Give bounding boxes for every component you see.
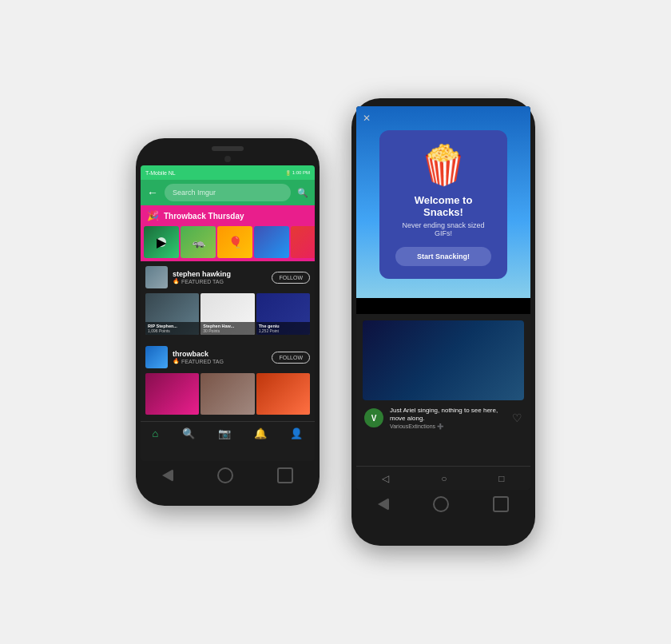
status-left: T-Mobile NL — [145, 170, 176, 176]
tag-title-wrapper-2: throwback 🔥 FEATURED TAG — [173, 350, 224, 364]
fire-icon-2: 🔥 — [173, 358, 180, 364]
thumb-1[interactable]: ▶ — [144, 226, 179, 258]
back-arrow-icon[interactable]: ← — [147, 186, 158, 199]
home-hardware-btn[interactable] — [217, 467, 233, 483]
follow-button-2[interactable]: FOLLOW — [272, 352, 310, 364]
heart-icon[interactable]: ♡ — [512, 411, 522, 424]
thumb-5[interactable] — [291, 226, 315, 258]
speaker — [212, 146, 244, 151]
grid-item-1[interactable]: RIP Stephen... 1,096 Points — [145, 293, 199, 335]
featured-label-2: FEATURED TAG — [181, 359, 224, 364]
nav-profile-icon[interactable]: 👤 — [290, 427, 303, 439]
recents-hardware-btn[interactable] — [277, 467, 293, 483]
throwback-item-3[interactable] — [256, 373, 310, 415]
grid-caption-2: Stephen Haw... 30 Points — [201, 322, 254, 335]
video-caption: Just Ariel singing, nothing to see here,… — [390, 407, 506, 423]
close-button[interactable]: ✕ — [363, 113, 371, 124]
battery-icon: 🔋 — [285, 170, 291, 176]
tbt-banner[interactable]: 🎉 Throwback Thursday — [141, 205, 315, 226]
nav-camera-icon[interactable]: 📷 — [218, 427, 231, 439]
right-home-icon[interactable]: ○ — [441, 473, 447, 484]
tag-thumb-2 — [145, 346, 168, 368]
thumb-2[interactable]: 🦡 — [181, 226, 216, 258]
tag-thumb-1 — [145, 266, 168, 288]
left-screen: T-Mobile NL 🔋 1:00 PM ← 🔍 🎉 Throwback Th… — [141, 165, 315, 461]
popcorn-icon: 🍿 — [395, 143, 491, 188]
grid-pts-1: 1,096 Points — [148, 328, 197, 333]
tag-header-1: stephen hawking 🔥 FEATURED TAG FOLLOW — [145, 266, 310, 288]
stephen-hawking-section: stephen hawking 🔥 FEATURED TAG FOLLOW RI… — [141, 261, 315, 341]
time-text: 1:00 PM — [292, 170, 310, 175]
username: VariousExtinctions ➕ — [390, 423, 506, 430]
grid-item-2[interactable]: Stephen Haw... 30 Points — [201, 293, 254, 335]
animal-icon: 🦡 — [192, 236, 205, 248]
right-recents-hardware-btn[interactable] — [493, 496, 509, 512]
tag-subtitle-2: 🔥 FEATURED TAG — [173, 358, 224, 364]
right-bottom-area: V Just Ariel singing, nothing to see her… — [356, 314, 530, 490]
camera — [224, 156, 231, 162]
grid-item-3[interactable]: The geniu 1,252 Point — [256, 293, 310, 335]
balloon-icon: 🎈 — [228, 236, 242, 248]
tag-name-2: throwback — [173, 350, 224, 358]
status-bar: T-Mobile NL 🔋 1:00 PM — [141, 165, 315, 180]
search-input[interactable] — [165, 184, 291, 201]
grid-caption-1: RIP Stephen... 1,096 Points — [145, 322, 199, 335]
tag-name-1: stephen hawking — [173, 270, 231, 278]
grid-caption-3: The geniu 1,252 Point — [256, 322, 310, 335]
tag-info-2: throwback 🔥 FEATURED TAG — [145, 346, 224, 368]
snacks-title: Welcome to Snacks! — [395, 194, 491, 218]
video-gradient — [363, 320, 524, 400]
tbt-title: Throwback Thursday — [164, 212, 244, 221]
left-phone: T-Mobile NL 🔋 1:00 PM ← 🔍 🎉 Throwback Th… — [136, 138, 320, 506]
username-text: VariousExtinctions — [390, 423, 435, 429]
right-phone: ✕ 🍿 Welcome to Snacks! Never ending snac… — [351, 98, 535, 546]
thumb-4[interactable] — [254, 226, 289, 258]
follow-plus-icon[interactable]: ➕ — [437, 423, 444, 430]
user-text: Just Ariel singing, nothing to see here,… — [390, 407, 506, 430]
nav-home-icon[interactable]: ⌂ — [153, 427, 159, 439]
follow-button-1[interactable]: FOLLOW — [272, 272, 310, 284]
right-hardware-nav — [356, 490, 530, 515]
start-snacking-button[interactable]: Start Snacking! — [395, 247, 491, 266]
image-grid-2 — [145, 373, 310, 418]
tag-subtitle-1: 🔥 FEATURED TAG — [173, 278, 231, 284]
tag-title-wrapper-1: stephen hawking 🔥 FEATURED TAG — [173, 270, 231, 284]
status-right: 🔋 1:00 PM — [285, 170, 310, 176]
tag-header-2: throwback 🔥 FEATURED TAG FOLLOW — [145, 346, 310, 368]
nav-bell-icon[interactable]: 🔔 — [254, 427, 267, 439]
snacks-card: 🍿 Welcome to Snacks! Never ending snack … — [379, 130, 507, 279]
video-area[interactable] — [363, 320, 524, 400]
throwback-item-1[interactable] — [145, 373, 199, 415]
play-button[interactable]: ▶ — [157, 237, 166, 247]
thumbnail-strip: ▶ 🦡 🎈 — [141, 226, 315, 261]
snacks-subtitle: Never ending snack sized GIFs! — [395, 221, 491, 237]
grid-pts-3: 1,252 Point — [259, 328, 308, 333]
tbt-emoji: 🎉 — [147, 210, 159, 221]
tag-info-1: stephen hawking 🔥 FEATURED TAG — [145, 266, 231, 288]
thumb-3[interactable]: 🎈 — [217, 226, 252, 258]
search-icon[interactable]: 🔍 — [297, 188, 308, 198]
back-hardware-btn[interactable] — [162, 469, 173, 482]
carrier-text: T-Mobile NL — [145, 170, 176, 176]
right-screen: ✕ 🍿 Welcome to Snacks! Never ending snac… — [356, 106, 530, 490]
right-bottom-nav: ◁ ○ □ — [356, 466, 530, 490]
throwback-section: throwback 🔥 FEATURED TAG FOLLOW — [141, 341, 315, 421]
throwback-item-2[interactable] — [201, 373, 254, 415]
image-grid-1: RIP Stephen... 1,096 Points Stephen Haw.… — [145, 293, 310, 338]
right-home-hardware-btn[interactable] — [433, 496, 449, 512]
user-row: V Just Ariel singing, nothing to see her… — [363, 407, 524, 430]
grid-pts-2: 30 Points — [203, 328, 252, 333]
right-back-icon[interactable]: ◁ — [382, 473, 389, 484]
nav-search-icon[interactable]: 🔍 — [182, 427, 195, 439]
hardware-nav — [141, 461, 315, 487]
right-back-hardware-btn[interactable] — [378, 498, 389, 511]
user-initial: V — [371, 414, 377, 423]
bottom-nav: ⌂ 🔍 📷 🔔 👤 — [141, 421, 315, 445]
right-recents-icon[interactable]: □ — [498, 473, 504, 484]
user-avatar: V — [364, 408, 383, 427]
search-bar: ← 🔍 — [141, 180, 315, 205]
featured-label-1: FEATURED TAG — [181, 279, 224, 284]
fire-icon-1: 🔥 — [173, 278, 180, 284]
